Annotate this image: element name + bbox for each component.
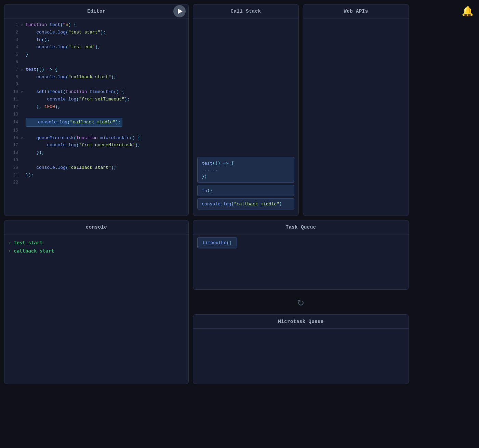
line-fold-arrow xyxy=(21,105,25,110)
line-number: 15 xyxy=(9,127,18,134)
stack-item: test(() => { ...... }) xyxy=(197,157,294,183)
code-line-13: 13 xyxy=(9,111,184,118)
code-line-19: 19 xyxy=(9,157,184,164)
line-fold-arrow: v xyxy=(21,136,25,141)
line-content: console.log("test start"); xyxy=(26,29,106,36)
line-content: }); xyxy=(26,149,44,156)
line-content: console.log("from setTimeout"); xyxy=(26,96,130,103)
line-fold-arrow xyxy=(21,82,25,88)
line-fold-arrow xyxy=(21,38,25,43)
console-chevron-icon: › xyxy=(9,248,11,253)
line-number: 1 xyxy=(9,22,18,29)
task-queue-panel: Task Queue timeoutFn() xyxy=(193,220,409,290)
line-fold-arrow xyxy=(21,128,25,134)
code-line-8: 8 console.log("callback start"); xyxy=(9,73,184,81)
line-number: 6 xyxy=(9,59,18,66)
line-fold-arrow xyxy=(21,97,25,103)
callstack-title: Call Stack xyxy=(230,9,261,14)
callstack-header: Call Stack xyxy=(193,4,298,18)
console-header: console xyxy=(4,220,188,234)
line-content: }, 1000); xyxy=(26,103,60,110)
line-fold-arrow xyxy=(21,30,25,36)
console-entry: ›test start xyxy=(9,239,184,247)
line-fold-arrow xyxy=(21,60,25,66)
queue-area: Task Queue timeoutFn() ↺ Microtask Queue xyxy=(193,220,409,384)
line-fold-arrow xyxy=(21,173,25,179)
bell-icon: 🔔 xyxy=(462,5,474,17)
code-line-7: 7vtest(() => { xyxy=(9,66,184,73)
line-content: setTimeout(function timeoutFn() { xyxy=(26,88,124,95)
line-number: 13 xyxy=(9,111,18,118)
line-number: 18 xyxy=(9,150,18,157)
microtask-queue-content xyxy=(193,329,409,384)
line-content: console.log("callback middle"); xyxy=(26,118,122,126)
code-line-6: 6 xyxy=(9,58,184,66)
webapis-title: Web APIs xyxy=(344,9,368,14)
line-number: 4 xyxy=(9,44,18,51)
callstack-content: test(() => { ...... })fn()console.log("c… xyxy=(193,18,298,216)
microtask-queue-panel: Microtask Queue xyxy=(193,314,409,384)
line-number: 16 xyxy=(9,135,18,142)
line-number: 2 xyxy=(9,29,18,36)
code-line-3: 3 fn(); xyxy=(9,36,184,44)
line-number: 5 xyxy=(9,52,18,58)
line-fold-arrow xyxy=(21,75,25,81)
code-line-12: 12 }, 1000); xyxy=(9,103,184,111)
editor-title: Editor xyxy=(87,9,105,14)
console-entry-text: test start xyxy=(14,240,42,245)
line-number: 20 xyxy=(9,165,18,172)
line-number: 8 xyxy=(9,74,18,81)
line-content xyxy=(26,157,28,164)
code-line-18: 18 }); xyxy=(9,149,184,157)
console-entry: ›callback start xyxy=(9,247,184,255)
line-number: 9 xyxy=(9,81,18,88)
code-line-14: 14 console.log("callback middle"); xyxy=(9,118,184,126)
line-number: 3 xyxy=(9,37,18,44)
code-line-9: 9 xyxy=(9,81,184,88)
console-title: console xyxy=(86,225,107,230)
line-number: 10 xyxy=(9,89,18,96)
line-fold-arrow xyxy=(21,120,25,126)
line-number: 7 xyxy=(9,67,18,73)
task-queue-content: timeoutFn() xyxy=(193,234,409,289)
console-panel: console ›test start›callback start xyxy=(4,220,189,384)
task-queue-item: timeoutFn() xyxy=(197,237,237,248)
line-fold-arrow xyxy=(21,180,25,186)
code-line-11: 11 console.log("from setTimeout"); xyxy=(9,96,184,103)
line-content: function test(fn) { xyxy=(26,21,76,28)
line-fold-arrow: v xyxy=(21,23,25,28)
refresh-area: ↺ xyxy=(193,294,409,310)
microtask-queue-header: Microtask Queue xyxy=(193,315,409,329)
line-content: queueMicrotask(function microtaskFn() { xyxy=(26,134,141,141)
code-line-10: 10v setTimeout(function timeoutFn() { xyxy=(9,88,184,96)
line-content xyxy=(26,179,28,186)
code-line-20: 20 console.log("callback start"); xyxy=(9,164,184,172)
callstack-panel: Call Stack test(() => { ...... })fn()con… xyxy=(193,4,299,216)
editor-header: Editor xyxy=(4,4,188,18)
stack-item: fn() xyxy=(197,185,294,196)
line-number: 22 xyxy=(9,179,18,186)
task-queue-title: Task Queue xyxy=(285,225,316,230)
line-number: 19 xyxy=(9,157,18,164)
webapis-content xyxy=(303,18,409,216)
line-content: } xyxy=(26,51,28,58)
line-fold-arrow xyxy=(21,165,25,171)
line-fold-arrow: v xyxy=(21,67,25,73)
stack-item: console.log("callback middle") xyxy=(197,198,294,209)
refresh-icon: ↺ xyxy=(297,295,304,309)
code-editor: 1vfunction test(fn) {2 console.log("test… xyxy=(4,18,188,216)
line-fold-arrow xyxy=(21,158,25,164)
line-number: 21 xyxy=(9,172,18,179)
line-content: console.log("callback start"); xyxy=(26,73,116,81)
code-line-1: 1vfunction test(fn) { xyxy=(9,21,184,29)
code-line-15: 15 xyxy=(9,127,184,134)
line-content: console.log("test end"); xyxy=(26,43,100,51)
line-number: 12 xyxy=(9,104,18,111)
line-content: }); xyxy=(26,172,34,179)
line-number: 11 xyxy=(9,96,18,103)
line-fold-arrow xyxy=(21,52,25,58)
line-content: test(() => { xyxy=(26,66,58,73)
line-fold-arrow xyxy=(21,143,25,149)
code-line-2: 2 console.log("test start"); xyxy=(9,29,184,36)
run-button[interactable] xyxy=(173,5,186,17)
